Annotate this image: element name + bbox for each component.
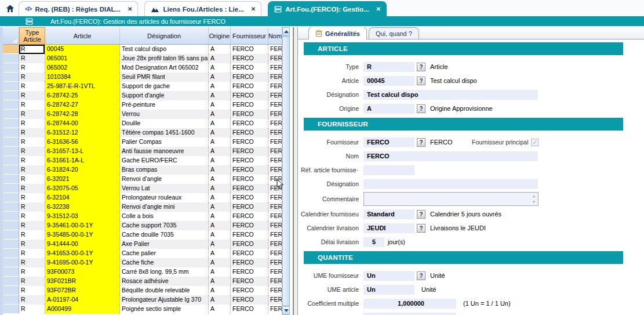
cell-type[interactable]: R [19, 193, 45, 202]
cell-article[interactable]: 6-31661-1A-L [45, 156, 120, 165]
cell-fournisseur[interactable]: FERCO [231, 305, 268, 314]
cell-type[interactable]: R [19, 295, 45, 305]
cell-type[interactable]: R [19, 258, 45, 267]
cell-origine[interactable]: A [209, 91, 231, 100]
cell-origine[interactable]: A [209, 128, 231, 137]
lookup-help-button[interactable]: ? [417, 224, 425, 233]
cell-designation[interactable]: Mod Designation Art 065002 [120, 63, 209, 73]
field-input[interactable]: 00045 [363, 76, 414, 86]
cell-article[interactable]: 9-31512-03 [45, 212, 120, 221]
cell-type[interactable]: R [19, 267, 45, 277]
cell-fournisseur[interactable]: FERCO [231, 156, 268, 165]
cell-nom[interactable]: FERCO [268, 45, 282, 54]
cell-article[interactable]: 9-35461-00-0-1Y [45, 221, 120, 230]
cell-designation[interactable]: Douille [120, 119, 209, 128]
cell-fournisseur[interactable]: FERCO [231, 249, 268, 258]
cell-origine[interactable]: A [209, 267, 231, 277]
cell-designation[interactable]: Cache support 7035 [120, 221, 209, 230]
cell-designation[interactable]: Poignée sectio simple [120, 305, 209, 314]
cell-nom[interactable]: FERCO [268, 147, 282, 156]
panel-splitter[interactable] [290, 27, 298, 315]
cell-article[interactable]: 9-41695-00-0-1Y [45, 258, 120, 267]
cell-article[interactable]: 6-31512-12 [45, 128, 120, 137]
field-input[interactable]: FERCO [363, 137, 414, 147]
table-row[interactable]: R1010384Seuil PMR filantAFERCOFERCO [3, 73, 282, 82]
cell-article[interactable]: 25-987-E-R-1VTL [45, 82, 120, 91]
table-row[interactable]: R9-35485-00-0-1YCache douille 7035AFERCO… [3, 230, 282, 240]
cell-fournisseur[interactable]: FERCO [231, 277, 268, 286]
field-input[interactable]: Test calcul dispo [363, 90, 538, 100]
cell-designation[interactable]: Renvoi d'angle mini [120, 202, 209, 212]
row-selector-cell[interactable] [3, 286, 19, 295]
cell-origine[interactable]: A [209, 82, 231, 91]
table-row[interactable]: R6-28742-27Pré-peintureAFERCOFERCO [3, 100, 282, 110]
table-row[interactable]: R9-35461-00-0-1YCache support 7035AFERCO… [3, 221, 282, 230]
cell-origine[interactable]: A [209, 137, 231, 147]
row-selector-cell[interactable] [3, 82, 19, 91]
cell-type[interactable]: R [19, 240, 45, 249]
column-header-designation[interactable]: Désignation [120, 27, 209, 45]
row-selector-cell[interactable] [3, 91, 19, 100]
table-row[interactable]: R9-31512-03Colle a boisAFERCOFERCO [3, 212, 282, 221]
cell-nom[interactable]: FERCO [268, 249, 282, 258]
row-selector-cell[interactable] [3, 147, 19, 156]
cell-origine[interactable]: A [209, 193, 231, 202]
cell-type[interactable]: R [19, 119, 45, 128]
cell-type[interactable]: R [19, 230, 45, 240]
lookup-help-button[interactable]: ? [417, 104, 425, 113]
row-selector-cell[interactable] [3, 277, 19, 286]
cell-nom[interactable]: FERCO [268, 258, 282, 267]
cell-article[interactable]: 6-32075-05 [45, 184, 120, 193]
field-input[interactable]: Un [363, 285, 414, 295]
table-row[interactable]: R00045Test calcul dispoAFERCOFERCO [3, 45, 282, 54]
cell-designation[interactable]: Verrou [120, 110, 209, 119]
cell-origine[interactable]: A [209, 54, 231, 63]
cell-fournisseur[interactable]: FERCO [231, 128, 268, 137]
table-row[interactable]: R25-987-E-R-1VTLSupport de gacheAFERCOFE… [3, 82, 282, 91]
cell-nom[interactable]: FERCO [268, 305, 282, 314]
cell-type[interactable]: R [19, 128, 45, 137]
table-row[interactable]: R6-32075-05Verrou LatAFERCOFERCO [3, 184, 282, 193]
cell-type[interactable]: R [19, 212, 45, 221]
home-button[interactable] [1, 1, 19, 16]
field-input[interactable] [363, 165, 414, 175]
column-header-article[interactable]: Article [45, 27, 120, 45]
row-selector-cell[interactable] [3, 100, 19, 110]
cell-designation[interactable]: Gache EURO/FERC [120, 156, 209, 165]
cell-nom[interactable]: FERCO [268, 82, 282, 91]
lookup-help-button[interactable]: ? [417, 63, 425, 71]
cell-nom[interactable]: FERCO [268, 91, 282, 100]
cell-origine[interactable]: A [209, 110, 231, 119]
cell-origine[interactable]: A [209, 45, 231, 54]
field-input[interactable]: FERCO [363, 151, 538, 161]
row-selector-cell[interactable] [3, 193, 19, 202]
cell-type[interactable]: R [19, 147, 45, 156]
cell-fournisseur[interactable]: FERCO [231, 147, 268, 156]
scroll-down-button[interactable] [282, 306, 290, 315]
table-row[interactable]: R6-31636-56Palier CompasAFERCOFERCO [3, 137, 282, 147]
cell-nom[interactable]: FERCO [268, 267, 282, 277]
cell-nom[interactable]: FERCO [268, 156, 282, 165]
cell-origine[interactable]: A [209, 184, 231, 193]
table-row[interactable]: RA000499Poignée sectio simpleAFERCOFERCO [3, 305, 282, 314]
cell-article[interactable]: 6-31824-20 [45, 165, 120, 175]
cell-origine[interactable]: A [209, 295, 231, 305]
row-selector-cell[interactable] [3, 45, 19, 54]
cell-designation[interactable]: Prolongateur rouleaux [120, 193, 209, 202]
row-selector-cell[interactable] [3, 240, 19, 249]
cell-type[interactable]: R [19, 110, 45, 119]
cell-origine[interactable]: A [209, 73, 231, 82]
cell-origine[interactable]: A [209, 100, 231, 110]
cell-designation[interactable]: Bras compas [120, 165, 209, 175]
table-row[interactable]: R93F072BRBéquille double relevableAFERCO… [3, 286, 282, 295]
table-row[interactable]: R9-41695-00-0-1YCache ficheAFERCOFERCO [3, 258, 282, 267]
cell-fournisseur[interactable]: FERCO [231, 221, 268, 230]
field-input[interactable]: 5 [363, 237, 384, 247]
cell-article[interactable]: A000499 [45, 305, 120, 314]
tab-regles-dial[interactable]: </> Req. (REB) : Règles DIAL... ✕ [19, 1, 138, 16]
cell-nom[interactable]: FERCO [268, 63, 282, 73]
row-selector-cell[interactable] [3, 230, 19, 240]
cell-type[interactable]: R [19, 137, 45, 147]
table-row[interactable]: R6-28742-25Support d'angleAFERCOFERCO [3, 91, 282, 100]
cell-fournisseur[interactable]: FERCO [231, 54, 268, 63]
